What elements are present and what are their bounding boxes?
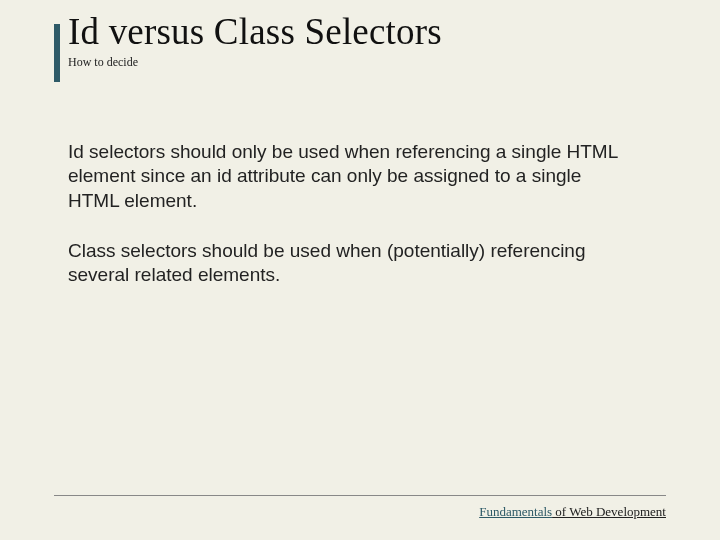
header: Id versus Class Selectors How to decide: [68, 10, 442, 70]
body: Id selectors should only be used when re…: [68, 140, 628, 314]
footer-brand: Fundamentals: [479, 504, 552, 519]
accent-bar: [54, 24, 60, 82]
paragraph-1: Id selectors should only be used when re…: [68, 140, 628, 213]
paragraph-2: Class selectors should be used when (pot…: [68, 239, 628, 288]
slide-subtitle: How to decide: [68, 55, 442, 70]
slide-title: Id versus Class Selectors: [68, 10, 442, 53]
slide: Id versus Class Selectors How to decide …: [0, 0, 720, 540]
footer: Fundamentals of Web Development: [479, 504, 666, 520]
footer-divider: [54, 495, 666, 496]
footer-rest: of Web Development: [552, 504, 666, 519]
